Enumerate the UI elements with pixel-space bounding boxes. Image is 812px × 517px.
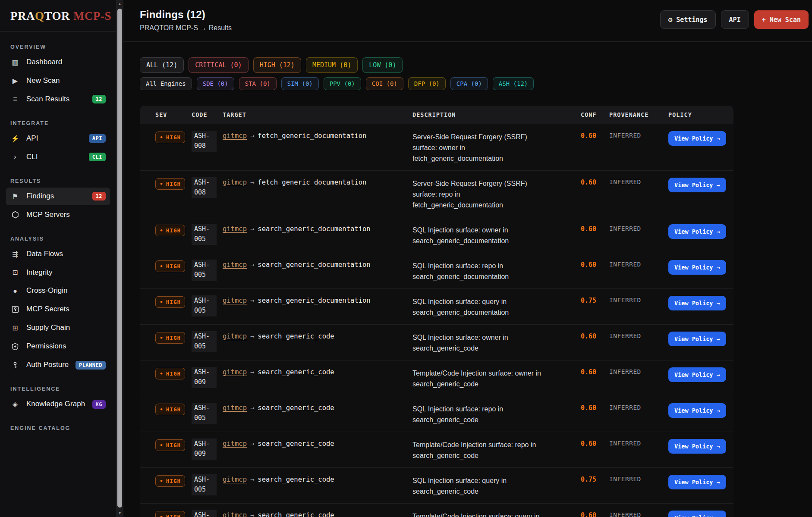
finding-code: ASH-005	[192, 403, 217, 424]
provenance-value: INFERRED	[609, 510, 668, 517]
column-header-description: DESCRIPTION	[412, 111, 581, 118]
view-policy-button[interactable]: View Policy →	[668, 367, 726, 382]
table-row[interactable]: •HIGHASH-008gitmcp→fetch_generic_documen…	[140, 124, 733, 170]
target-server-link[interactable]: gitmcp	[223, 404, 247, 412]
scrollbar-thumb[interactable]	[117, 9, 122, 508]
table-row[interactable]: •HIGHASH-005gitmcp→search_generic_docume…	[140, 253, 733, 288]
sidebar-item-cross-origin[interactable]: ●Cross-Origin	[6, 282, 110, 300]
target-server-link[interactable]: gitmcp	[223, 179, 247, 186]
sidebar-item-knowledge-graph[interactable]: ◈Knowledge GraphKG	[6, 395, 110, 413]
sidebar-item-findings[interactable]: ⚑Findings12	[6, 188, 110, 205]
engine-chip-cpa[interactable]: CPA (0)	[450, 77, 488, 90]
sidebar-item-mcp-servers[interactable]: MCP Servers	[6, 206, 110, 224]
engine-chip-ppv[interactable]: PPV (0)	[324, 77, 361, 90]
view-policy-button[interactable]: View Policy →	[668, 439, 726, 454]
engine-chip-sde[interactable]: SDE (0)	[197, 77, 234, 90]
policy-cell: View Policy →	[668, 403, 733, 418]
view-policy-button[interactable]: View Policy →	[668, 332, 726, 346]
severity-label: HIGH	[166, 370, 181, 377]
target-server-link[interactable]: gitmcp	[223, 261, 247, 269]
table-row[interactable]: •HIGHASH-009gitmcp→search_generic_codeTe…	[140, 360, 733, 396]
confidence-value: 0.75	[581, 295, 609, 304]
severity-dot-icon: •	[160, 135, 164, 140]
settings-button[interactable]: ⚙ Settings	[660, 10, 716, 29]
description-cell: Server-Side Request Forgery (SSRF) surfa…	[412, 177, 547, 210]
view-policy-button[interactable]: View Policy →	[668, 178, 726, 192]
engine-chip-ash[interactable]: ASH (12)	[493, 77, 534, 90]
target-tool: search_generic_code	[258, 332, 334, 340]
code-cell: ASH-008	[192, 177, 223, 198]
severity-cell: •HIGH	[155, 260, 192, 272]
table-row[interactable]: •HIGHASH-005gitmcp→search_generic_codeSQ…	[140, 324, 733, 360]
engine-chip-coi[interactable]: COI (0)	[366, 77, 403, 90]
view-policy-button[interactable]: View Policy →	[668, 131, 726, 146]
code-cell: ASH-005	[192, 403, 223, 424]
new-scan-button[interactable]: + New Scan	[754, 10, 809, 29]
api-button[interactable]: API	[721, 10, 749, 29]
scrollbar-down-icon[interactable]: ▼	[116, 511, 123, 515]
severity-label: HIGH	[166, 514, 181, 517]
sidebar-item-dashboard[interactable]: ▥Dashboard	[6, 53, 110, 71]
target-server-link[interactable]: gitmcp	[223, 332, 247, 340]
provenance-value: INFERRED	[609, 224, 668, 232]
view-policy-button[interactable]: View Policy →	[668, 403, 726, 418]
topbar-actions: ⚙ Settings API + New Scan	[660, 10, 809, 29]
sidebar-item-integrity[interactable]: ⊡Integrity	[6, 264, 110, 282]
target-server-link[interactable]: gitmcp	[223, 132, 247, 140]
sidebar-item-cli[interactable]: ›CLICLI	[6, 148, 110, 166]
target-cell: gitmcp→search_generic_code	[223, 510, 412, 517]
target-server-link[interactable]: gitmcp	[223, 511, 247, 517]
target-server-link[interactable]: gitmcp	[223, 440, 247, 448]
view-policy-button[interactable]: View Policy →	[668, 296, 726, 310]
table-row[interactable]: •HIGHASH-005gitmcp→search_generic_docume…	[140, 217, 733, 253]
sidebar-item-new-scan[interactable]: ▶New Scan	[6, 72, 110, 90]
target-server-link[interactable]: gitmcp	[223, 368, 247, 376]
sidebar-item-api[interactable]: ⚡APIAPI	[6, 130, 110, 147]
engine-chip-sta[interactable]: STA (0)	[239, 77, 277, 90]
provenance-value: INFERRED	[609, 331, 668, 339]
engine-chip-sim[interactable]: SIM (0)	[281, 77, 319, 90]
scrollbar-up-icon[interactable]: ▲	[116, 2, 123, 6]
severity-dot-icon: •	[160, 442, 164, 448]
table-row[interactable]: •HIGHASH-009gitmcp→search_generic_codeTe…	[140, 432, 733, 467]
table-row[interactable]: •HIGHASH-008gitmcp→fetch_generic_documen…	[140, 170, 733, 217]
table-row[interactable]: •HIGHASH-005gitmcp→search_generic_codeSQ…	[140, 467, 733, 503]
view-policy-button[interactable]: View Policy →	[668, 224, 726, 239]
sidebar-item-mcp-secrets[interactable]: MCP Secrets	[6, 301, 110, 318]
severity-chip-high[interactable]: HIGH (12)	[253, 57, 301, 73]
sidebar-item-label: CLI	[26, 152, 82, 162]
target-cell: gitmcp→search_generic_code	[223, 474, 412, 483]
view-policy-button[interactable]: View Policy →	[668, 511, 726, 517]
severity-chip-critical[interactable]: CRITICAL (0)	[189, 57, 248, 73]
severity-badge: •HIGH	[155, 178, 185, 190]
target-tool: search_generic_documentation	[258, 261, 370, 269]
api-button-label: API	[729, 16, 741, 24]
table-row[interactable]: •HIGHASH-005gitmcp→search_generic_codeSQ…	[140, 396, 733, 432]
severity-dot-icon: •	[160, 181, 164, 187]
view-policy-button[interactable]: View Policy →	[668, 260, 726, 275]
table-row[interactable]: •HIGHASH-009gitmcp→search_generic_codeTe…	[140, 503, 733, 517]
sidebar-item-supply-chain[interactable]: ⊞Supply Chain	[6, 319, 110, 337]
engine-chip-dfp[interactable]: DFP (0)	[408, 77, 446, 90]
table-row[interactable]: •HIGHASH-005gitmcp→search_generic_docume…	[140, 288, 733, 324]
target-tool: search_generic_code	[258, 368, 334, 376]
engine-chip-all[interactable]: All Engines	[140, 77, 192, 90]
sidebar-item-permissions[interactable]: Permissions	[6, 338, 110, 355]
sidebar-scrollbar[interactable]: ▲ ▼	[116, 0, 123, 517]
logo-text-post: TOR	[44, 9, 70, 22]
view-policy-button[interactable]: View Policy →	[668, 475, 726, 489]
sidebar-item-auth-posture[interactable]: Auth PosturePLANNED	[6, 356, 110, 374]
sidebar-item-data-flows[interactable]: ⇶Data Flows	[6, 245, 110, 263]
severity-chip-all[interactable]: ALL (12)	[140, 57, 184, 73]
confidence-value: 0.75	[581, 474, 609, 483]
severity-cell: •HIGH	[155, 367, 192, 379]
target-server-link[interactable]: gitmcp	[223, 476, 247, 483]
finding-code: ASH-005	[192, 474, 217, 495]
target-arrow-icon: →	[250, 404, 254, 412]
target-arrow-icon: →	[250, 476, 254, 483]
severity-chip-medium[interactable]: MEDIUM (0)	[306, 57, 358, 73]
target-server-link[interactable]: gitmcp	[223, 297, 247, 304]
target-server-link[interactable]: gitmcp	[223, 225, 247, 233]
severity-chip-low[interactable]: LOW (0)	[362, 57, 403, 73]
sidebar-item-scan-results[interactable]: ≡Scan Results12	[6, 91, 110, 108]
